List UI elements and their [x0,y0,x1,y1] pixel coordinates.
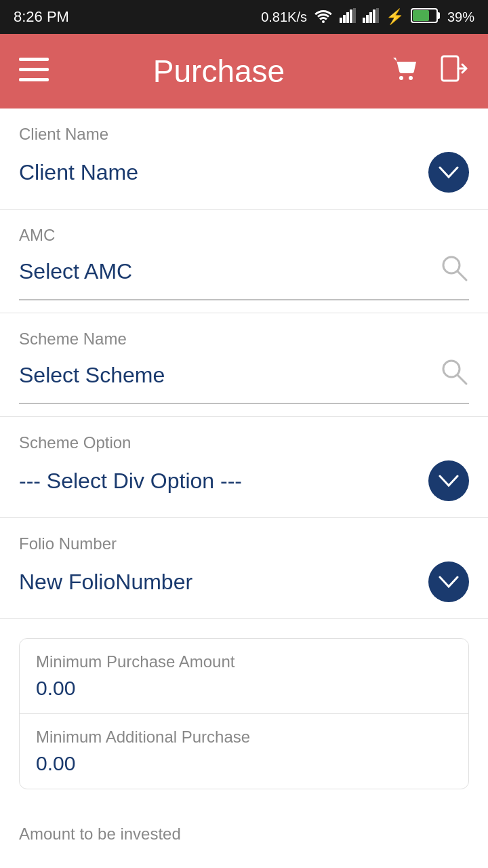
status-time: 8:26 PM [14,8,69,26]
scheme-name-placeholder: Select Scheme [19,363,165,388]
amount-section-label: Amount to be invested [0,808,488,849]
client-name-row[interactable]: Client Name [19,152,469,202]
client-name-field-group: Client Name Client Name [0,108,488,210]
svg-point-17 [409,76,413,80]
svg-rect-1 [343,15,346,23]
amc-field-group: AMC Select AMC [0,210,488,313]
amc-label: AMC [19,226,469,245]
client-name-label: Client Name [19,125,469,144]
signal-icon [340,8,356,26]
svg-rect-7 [369,12,372,23]
battery-percent: 39% [447,9,474,25]
scheme-name-label: Scheme Name [19,330,469,349]
amc-search-icon[interactable] [439,253,469,290]
min-additional-purchase-row: Minimum Additional Purchase 0.00 [20,713,468,789]
svg-rect-14 [19,68,49,71]
svg-rect-11 [437,12,440,19]
client-name-value: Client Name [19,160,138,185]
svg-rect-8 [373,9,375,23]
menu-button[interactable] [19,56,49,87]
svg-line-22 [458,375,466,384]
status-bar: 8:26 PM 0.81K/s [0,0,488,34]
svg-rect-18 [442,56,458,81]
scheme-option-dropdown[interactable] [428,460,469,501]
main-content: Client Name Client Name AMC Select AMC S… [0,108,488,868]
svg-rect-12 [413,10,429,21]
svg-rect-0 [340,18,342,23]
scheme-option-label: Scheme Option [19,433,469,452]
folio-number-label: Folio Number [19,534,469,553]
min-purchase-label: Minimum Purchase Amount [36,652,452,671]
amc-row[interactable]: Select AMC [19,253,469,299]
nav-bar: Purchase [0,34,488,108]
svg-rect-6 [366,15,369,23]
svg-rect-5 [363,18,365,23]
svg-rect-4 [353,8,356,23]
signal2-icon [363,8,379,26]
status-icons: 0.81K/s ⚡ [261,8,474,26]
scheme-option-value: --- Select Div Option --- [19,469,242,494]
client-name-dropdown[interactable] [428,152,469,193]
scheme-option-row[interactable]: --- Select Div Option --- [19,460,469,511]
svg-rect-13 [19,58,49,61]
cart-button[interactable] [389,54,419,90]
info-card: Minimum Purchase Amount 0.00 Minimum Add… [19,638,469,789]
svg-rect-3 [350,9,352,23]
svg-rect-15 [19,78,49,81]
min-purchase-row: Minimum Purchase Amount 0.00 [20,639,468,713]
svg-point-16 [399,76,403,80]
scheme-option-field-group: Scheme Option --- Select Div Option --- [0,417,488,518]
amc-placeholder: Select AMC [19,259,132,284]
folio-number-row[interactable]: New FolioNumber [19,561,469,612]
min-additional-purchase-label: Minimum Additional Purchase [36,728,452,747]
svg-rect-9 [376,8,379,23]
min-purchase-value: 0.00 [36,677,452,700]
folio-number-field-group: Folio Number New FolioNumber [0,518,488,619]
wifi-icon [314,8,333,26]
logout-button[interactable] [439,54,469,90]
bolt-icon: ⚡ [386,8,404,26]
scheme-name-field-group: Scheme Name Select Scheme [0,313,488,417]
folio-number-dropdown[interactable] [428,561,469,602]
svg-rect-2 [346,12,349,23]
folio-number-value: New FolioNumber [19,570,192,595]
svg-line-20 [458,271,466,280]
min-additional-purchase-value: 0.00 [36,752,452,775]
scheme-name-row[interactable]: Select Scheme [19,357,469,403]
network-speed: 0.81K/s [261,9,307,25]
scheme-search-icon[interactable] [439,357,469,393]
battery-icon [411,8,441,26]
page-title: Purchase [69,53,369,90]
